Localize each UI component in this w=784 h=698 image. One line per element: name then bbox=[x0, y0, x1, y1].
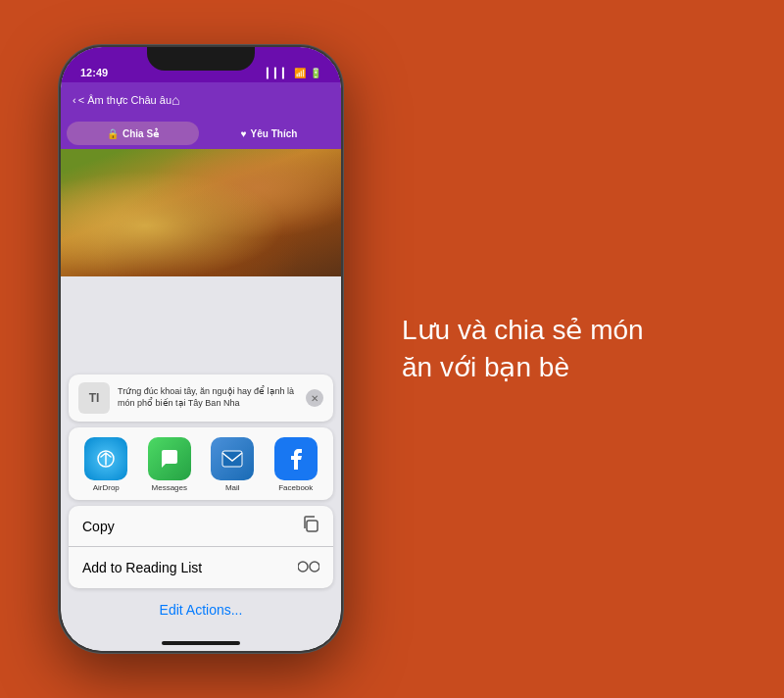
app-icons-row: AirDrop Messages bbox=[69, 427, 333, 500]
battery-icon: 🔋 bbox=[310, 68, 321, 78]
share-overlay: TI Trứng đúc khoai tây, ăn nguội hay để … bbox=[61, 276, 341, 651]
phone-notch bbox=[147, 47, 255, 71]
mail-icon-item[interactable]: Mail bbox=[211, 437, 254, 492]
mail-label: Mail bbox=[225, 483, 240, 492]
nav-bar: ‹ < Âm thực Châu âu ⌂ bbox=[61, 82, 341, 118]
messages-icon bbox=[148, 437, 191, 480]
svg-point-3 bbox=[298, 562, 308, 572]
side-text: Lưu và chia sẻ món ăn với bạn bè bbox=[402, 312, 676, 386]
status-time: 12:49 bbox=[80, 67, 108, 78]
share-sheet: TI Trứng đúc khoai tây, ăn nguội hay để … bbox=[61, 374, 341, 631]
home-icon: ⌂ bbox=[172, 92, 179, 108]
edit-actions[interactable]: Edit Actions... bbox=[69, 592, 333, 627]
url-icon: TI bbox=[78, 382, 110, 414]
messages-icon-item[interactable]: Messages bbox=[148, 437, 191, 492]
url-preview: TI Trứng đúc khoai tây, ăn nguội hay để … bbox=[69, 374, 333, 422]
tab-yeu-thich-label: Yêu Thích bbox=[251, 128, 298, 139]
nav-home-button[interactable]: ⌂ bbox=[172, 92, 179, 108]
copy-icon bbox=[302, 516, 319, 537]
home-indicator bbox=[162, 641, 240, 645]
airdrop-icon-item[interactable]: AirDrop bbox=[84, 437, 127, 492]
nav-back-button[interactable]: ‹ < Âm thực Châu âu bbox=[73, 94, 172, 107]
nav-back-label: < Âm thực Châu âu bbox=[78, 94, 172, 107]
copy-action-row[interactable]: Copy bbox=[69, 506, 333, 547]
heart-icon: ♥ bbox=[241, 128, 247, 139]
reading-list-icon bbox=[298, 559, 319, 576]
status-icons: ▎▎▎ 📶 🔋 bbox=[267, 68, 321, 78]
back-chevron-icon: ‹ bbox=[73, 94, 76, 106]
url-description: Trứng đúc khoai tây, ăn nguội hay để lạn… bbox=[118, 386, 298, 409]
wifi-icon: 📶 bbox=[294, 68, 306, 78]
url-close-button[interactable]: ✕ bbox=[306, 389, 323, 407]
svg-rect-2 bbox=[307, 521, 318, 531]
signal-icon: ▎▎▎ bbox=[267, 68, 290, 78]
svg-rect-1 bbox=[222, 451, 242, 467]
reading-list-action-row[interactable]: Add to Reading List bbox=[69, 547, 333, 588]
mail-icon bbox=[211, 437, 254, 480]
airdrop-icon bbox=[84, 437, 127, 480]
food-image-inner bbox=[61, 149, 341, 276]
copy-label: Copy bbox=[82, 519, 115, 534]
facebook-icon bbox=[274, 437, 318, 480]
phone-body: 12:49 ▎▎▎ 📶 🔋 ‹ < Âm thực Châu âu ⌂ bbox=[59, 45, 343, 653]
phone-mockup: 12:49 ▎▎▎ 📶 🔋 ‹ < Âm thực Châu âu ⌂ bbox=[59, 45, 343, 653]
reading-list-label: Add to Reading List bbox=[82, 560, 202, 575]
tab-yeu-thich[interactable]: ♥ Yêu Thích bbox=[203, 122, 335, 145]
edit-actions-label: Edit Actions... bbox=[160, 602, 243, 618]
facebook-label: Facebook bbox=[278, 483, 313, 492]
airdrop-label: AirDrop bbox=[93, 483, 120, 492]
action-list: Copy Add to Reading List bbox=[69, 506, 333, 588]
messages-label: Messages bbox=[152, 483, 187, 492]
tab-bar: 🔒 Chia Sẻ ♥ Yêu Thích bbox=[61, 118, 341, 149]
facebook-icon-item[interactable]: Facebook bbox=[274, 437, 318, 492]
food-image bbox=[61, 149, 341, 276]
tab-chia-se[interactable]: 🔒 Chia Sẻ bbox=[67, 122, 199, 145]
tab-chia-se-label: Chia Sẻ bbox=[122, 128, 159, 139]
url-icon-text: TI bbox=[89, 391, 100, 405]
lock-icon: 🔒 bbox=[107, 128, 119, 139]
svg-point-4 bbox=[310, 562, 319, 572]
phone-screen: 12:49 ▎▎▎ 📶 🔋 ‹ < Âm thực Châu âu ⌂ bbox=[61, 47, 341, 651]
